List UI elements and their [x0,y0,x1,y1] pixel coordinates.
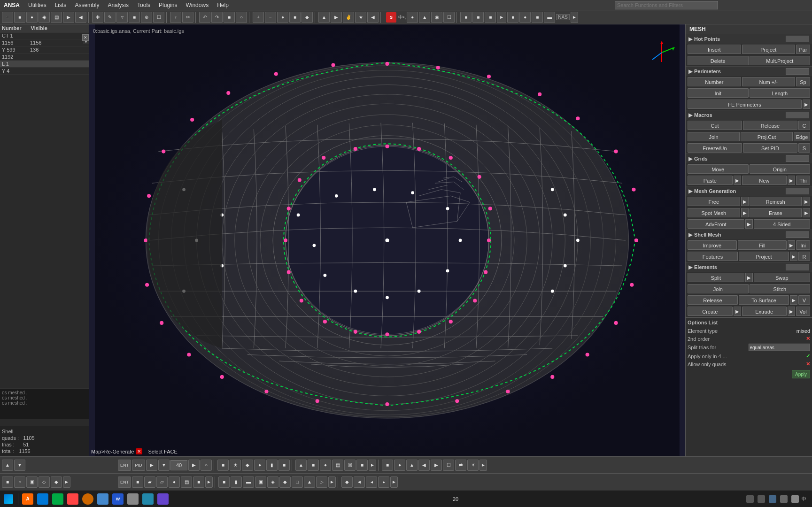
btn-spot-mesh-arrow[interactable]: ▶ [741,208,749,217]
btn-length[interactable]: Length [750,88,811,98]
btn-paste-arrow[interactable]: ▶ [734,176,741,185]
toolbar-btn-37[interactable]: ● [519,12,531,23]
btb2-ent2[interactable]: ENT [118,476,131,488]
btb2-btn19[interactable]: ◆ [279,476,291,488]
btb1-btn28[interactable]: ► [479,460,487,471]
section-macros-header[interactable]: ▶ Macros [686,110,812,120]
toolbar-btn-16[interactable]: ■ [224,12,235,23]
toolbar-btn-27[interactable]: ◀ [367,12,379,23]
btb2-btn28[interactable]: ► [390,476,398,488]
btb1-btn19[interactable]: ► [369,460,376,471]
toolbar-btn-23[interactable]: ▲ [318,12,330,23]
btb2-btn22[interactable]: ▷ [316,476,327,488]
btn-advfront[interactable]: AdvFront [688,219,744,229]
btb2-btn20[interactable]: □ [292,476,303,488]
apply-button[interactable]: Apply [792,370,810,378]
btb2-btn18[interactable]: ◈ [267,476,278,488]
btb2-btn24[interactable]: ◆ [341,476,353,488]
tray-icon-1[interactable] [745,494,755,504]
btn-swap[interactable]: Swap [754,273,811,282]
btn-improve[interactable]: Improve [688,240,737,250]
toolbar-btn-1[interactable]: ◾ [2,12,13,23]
btb2-btn25[interactable]: ◄ [354,476,365,488]
map-regen-close[interactable]: ✕ [136,448,142,454]
btb1-btn22[interactable]: ▲ [406,460,418,471]
taskbar-start[interactable] [2,492,15,506]
btn-fill-arrow[interactable]: ▶ [788,240,795,250]
toolbar-redo[interactable]: ↷ [211,12,223,23]
btn-r[interactable]: R [798,252,810,261]
toolbar-btn-6[interactable]: ▶ [63,12,74,23]
toolbar-btn-39[interactable]: ▬ [544,12,555,23]
menu-lists[interactable]: Lists [51,1,70,9]
tray-icon-2[interactable] [757,494,766,504]
btn-s[interactable]: S [798,143,810,153]
btn-erase[interactable]: Erase [750,208,802,217]
toolbar-btn-4[interactable]: ◉ [39,12,50,23]
toolbar-btn-25[interactable]: ✌ [343,12,354,23]
menu-assembly[interactable]: Assembly [71,1,103,9]
btb1-btn1[interactable]: ▲ [2,460,13,471]
btb2-btn13[interactable]: ► [205,476,213,488]
toolbar-btn-36[interactable]: ■ [507,12,518,23]
btb1-btn15[interactable]: ● [320,460,331,471]
btn-join-elements[interactable]: Join [688,284,749,293]
btn-par[interactable]: Par [796,45,810,54]
btn-stitch[interactable]: Stitch [750,284,811,293]
btn-fill[interactable]: Fill [738,240,787,250]
btn-create[interactable]: Create [688,307,733,316]
btn-erase-arrow[interactable]: ▶ [803,208,810,217]
toolbar-btn-29[interactable]: ▲ [419,12,430,23]
btb1-pid[interactable]: PID [132,460,145,471]
btn-new-arrow[interactable]: ▶ [788,176,795,185]
menu-help[interactable]: Help [213,1,232,9]
taskbar-app-9[interactable] [141,492,155,506]
toolbar-btn-15[interactable]: ✂ [182,12,193,23]
btn-fe-perimeters[interactable]: FE Perimeters [688,100,802,109]
btb1-btn16[interactable]: ▤ [332,460,343,471]
taskbar-app-10[interactable] [156,492,170,506]
btb1-btn20[interactable]: ■ [382,460,393,471]
btn-project-shell[interactable]: Project [739,252,789,261]
btb2-btn2[interactable]: ○ [14,476,25,488]
toolbar-btn-3[interactable]: ● [26,12,38,23]
section-perimeters-header[interactable]: ▶ Perimeters [686,67,812,76]
btb1-btn27[interactable]: ☀ [467,460,479,471]
btn-proj-cut[interactable]: Proj.Cut [741,132,793,141]
toolbar-btn-32[interactable]: ■ [460,12,472,23]
toolbar-btn-26[interactable]: ★ [355,12,366,23]
btn-to-surface-arrow[interactable]: ▶ [790,295,797,305]
btn-move[interactable]: Move [688,164,749,174]
toolbar-btn-13[interactable]: ☐ [153,12,164,23]
btn-free[interactable]: Free [688,197,740,206]
btb1-btn24[interactable]: ▶ [431,460,442,471]
btb1-num-input[interactable]: 40 [170,460,187,470]
split-trias-input[interactable] [749,344,811,351]
toolbar-btn-28[interactable]: ● [407,12,418,23]
menu-windows[interactable]: Windows [182,1,212,9]
btb1-btn17[interactable]: ☒ [344,460,356,471]
btn-number[interactable]: Number [688,77,741,86]
btn-delete[interactable]: Delete [688,56,749,65]
btb1-ent[interactable]: ENT [118,460,131,471]
taskbar-app-6[interactable] [96,492,109,506]
btn-spot-mesh[interactable]: Spot Mesh [688,208,740,217]
btb2-btn15[interactable]: ▮ [231,476,242,488]
btb1-btn25[interactable]: ☐ [443,460,454,471]
btb2-btn14[interactable]: ■ [218,476,230,488]
btb1-btn11[interactable]: ▮ [266,460,278,471]
btb1-btn12[interactable]: ■ [278,460,290,471]
btn-paste[interactable]: Paste [688,176,733,185]
search-input[interactable] [615,1,718,9]
btn-cut[interactable]: Cut [688,121,742,130]
btn-edge[interactable]: Edge [794,132,810,141]
btn-release-macros[interactable]: Release [743,121,797,130]
toolbar-btn-20[interactable]: ● [277,12,288,23]
btn-init[interactable]: Init [688,88,749,98]
btb2-btn4[interactable]: ◇ [39,476,50,488]
toolbar-btn-11[interactable]: ■ [129,12,140,23]
taskbar-app-5[interactable] [81,492,94,506]
taskbar-app-8[interactable] [126,492,139,506]
toolbar-btn-8[interactable]: ✚ [92,12,103,23]
btn-set-pid[interactable]: Set PID [743,143,797,153]
